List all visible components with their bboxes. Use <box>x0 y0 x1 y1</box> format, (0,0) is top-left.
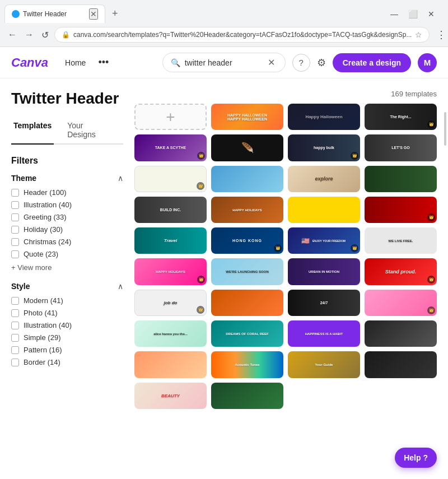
template-card[interactable]: HAPPINESS IS A HABIT <box>288 320 360 347</box>
template-card[interactable] <box>134 351 207 378</box>
scrollbar[interactable] <box>444 112 446 146</box>
tab-title: Twitter Header <box>23 10 86 18</box>
template-card[interactable]: 👑 <box>134 166 207 192</box>
address-bar[interactable]: 🔒 canva.com/search/templates?q=Twitter%2… <box>54 27 430 43</box>
template-card[interactable]: 🇺🇸 ENJOY YOUR FREEDOM 👑 <box>288 227 360 254</box>
style-collapse-button[interactable]: ∧ <box>118 282 123 291</box>
reload-button[interactable]: ↺ <box>39 27 51 43</box>
search-input[interactable] <box>185 58 263 67</box>
template-card[interactable]: BUILD INC. <box>134 197 207 223</box>
theme-quote-checkbox[interactable] <box>11 250 19 258</box>
tab-templates[interactable]: Templates <box>11 117 54 145</box>
search-bar[interactable]: 🔍 ✕ <box>162 53 286 72</box>
template-card[interactable]: Acoustic Tunes <box>211 351 283 378</box>
template-card[interactable]: WE'RE LAUNCHING SOON <box>211 258 283 285</box>
template-card[interactable]: Stand proud. 👑 <box>365 258 437 285</box>
template-card[interactable]: job do 👑 <box>134 290 207 316</box>
template-card[interactable]: 👑 <box>365 197 437 223</box>
template-text <box>170 364 172 366</box>
template-card[interactable]: explore <box>288 166 360 192</box>
theme-christmas-checkbox[interactable] <box>11 238 19 246</box>
help-button[interactable]: ? <box>292 54 310 72</box>
style-photo-checkbox[interactable] <box>11 309 19 317</box>
crown-icon: 👑 <box>352 246 357 250</box>
tab-favicon <box>12 10 20 18</box>
template-text <box>246 178 249 180</box>
template-text <box>400 364 402 366</box>
theme-illustration-checkbox[interactable] <box>11 201 19 209</box>
forward-button[interactable]: → <box>22 27 36 42</box>
tab-bar: Twitter Header ✕ + — ⬜ ✕ <box>0 0 448 23</box>
window-minimize-button[interactable]: — <box>386 8 403 20</box>
template-card[interactable] <box>211 383 283 409</box>
browser-menu-button[interactable]: ⋮ <box>433 26 448 43</box>
template-card[interactable]: HAPPY HOLIDAYS <box>211 197 283 223</box>
template-card[interactable]: Happy Halloween <box>288 104 360 130</box>
back-button[interactable]: ← <box>6 27 19 42</box>
template-card[interactable] <box>288 197 360 223</box>
template-card[interactable]: Travel <box>134 227 207 254</box>
template-card[interactable] <box>365 320 437 347</box>
template-card[interactable] <box>211 166 283 192</box>
template-card[interactable]: TAKE A SCYTHE 👑 <box>134 134 207 161</box>
style-option-illustration[interactable]: Illustration (40) <box>11 321 123 329</box>
template-card[interactable]: WE LIVE FREE. <box>365 227 437 254</box>
style-option-border[interactable]: Border (14) <box>11 358 123 366</box>
template-card[interactable]: DREAMS OF CORAL REEF <box>211 320 283 347</box>
style-illustration-checkbox[interactable] <box>11 322 19 329</box>
style-option-modern[interactable]: Modern (41) <box>11 296 123 305</box>
style-pattern-checkbox[interactable] <box>11 346 19 354</box>
home-nav-link[interactable]: Home <box>59 55 91 71</box>
template-card[interactable]: LET'S GO <box>365 134 437 161</box>
add-template-card[interactable]: + <box>134 104 207 130</box>
template-card[interactable] <box>211 290 283 316</box>
template-card[interactable]: BEAUTY <box>134 383 207 409</box>
theme-option-greeting[interactable]: Greeting (33) <box>11 213 123 221</box>
active-tab[interactable]: Twitter Header ✕ <box>4 4 105 23</box>
template-card[interactable]: 24/7 <box>288 290 360 316</box>
template-card[interactable]: alice hanna you the... <box>134 320 207 347</box>
template-card[interactable]: URBAN IN MOTION <box>288 258 360 285</box>
more-nav-button[interactable]: ••• <box>94 54 113 71</box>
style-modern-checkbox[interactable] <box>11 297 19 305</box>
theme-greeting-checkbox[interactable] <box>11 213 19 221</box>
template-text: BUILD INC. <box>159 207 182 213</box>
theme-option-christmas[interactable]: Christmas (24) <box>11 238 123 246</box>
style-option-simple[interactable]: Simple (29) <box>11 333 123 342</box>
theme-option-holiday[interactable]: Holiday (30) <box>11 225 123 234</box>
template-card[interactable]: HONG KONG 👑 <box>211 227 283 254</box>
template-card[interactable]: HAPPY HALLOWEENHAPPY HALLOWEEN <box>211 104 283 130</box>
style-border-checkbox[interactable] <box>11 359 19 366</box>
theme-holiday-checkbox[interactable] <box>11 226 19 234</box>
theme-option-quote[interactable]: Quote (23) <box>11 250 123 258</box>
template-card[interactable]: HAPPY HOLIDAYS 👑 <box>134 258 207 285</box>
settings-button[interactable]: ⚙ <box>317 57 326 69</box>
avatar[interactable]: M <box>418 53 437 72</box>
template-card[interactable] <box>365 351 437 378</box>
window-close-button[interactable]: ✕ <box>423 8 439 20</box>
tab-your-designs[interactable]: Your Designs <box>65 117 112 145</box>
search-clear-button[interactable]: ✕ <box>268 57 275 68</box>
window-maximize-button[interactable]: ⬜ <box>404 8 422 20</box>
template-card[interactable]: The Right... 👑 <box>365 104 437 130</box>
canva-logo[interactable]: Canva <box>11 55 48 70</box>
style-option-pattern[interactable]: Pattern (16) <box>11 346 123 354</box>
theme-collapse-button[interactable]: ∧ <box>118 174 123 183</box>
new-tab-button[interactable]: + <box>108 6 123 22</box>
theme-header-checkbox[interactable] <box>11 189 19 197</box>
template-card[interactable]: Your Guide <box>288 351 360 378</box>
theme-option-header[interactable]: Header (100) <box>11 188 123 197</box>
style-simple-checkbox[interactable] <box>11 334 19 342</box>
bookmark-icon: ☆ <box>415 30 422 39</box>
style-option-photo[interactable]: Photo (41) <box>11 309 123 317</box>
crown-icon: 👑 <box>198 308 203 312</box>
theme-view-more-button[interactable]: + View more <box>11 262 52 273</box>
template-card[interactable]: 👑 <box>365 290 437 316</box>
theme-option-illustration[interactable]: Illustration (40) <box>11 201 123 209</box>
template-card[interactable]: 🪶 <box>211 134 283 161</box>
tab-close-button[interactable]: ✕ <box>89 8 98 20</box>
create-design-button[interactable]: Create a design <box>333 53 411 72</box>
template-card[interactable]: happy bulk 👑 <box>288 134 360 161</box>
style-modern-label: Modern (41) <box>24 296 63 305</box>
template-card[interactable] <box>365 166 437 192</box>
